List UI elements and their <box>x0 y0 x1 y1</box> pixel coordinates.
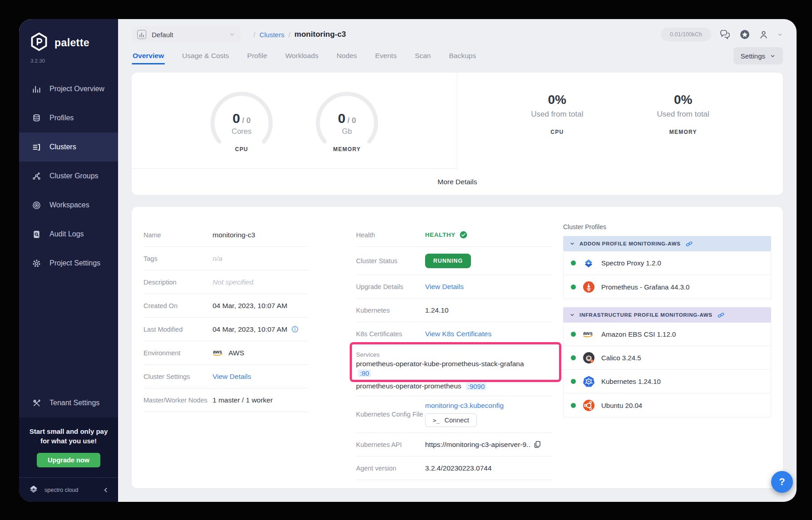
view-k8s-certificates-link[interactable]: View K8s Certificates <box>425 330 491 338</box>
main-area: Default / Clusters / monitoring-c3 0.01/… <box>118 19 797 502</box>
layers-icon <box>31 113 41 123</box>
status-row-cluster-status: Cluster Status RUNNING <box>356 247 552 275</box>
topbar-right: 0.01/100kCh <box>661 28 783 41</box>
tab-nodes[interactable]: Nodes <box>336 46 358 65</box>
sidebar-item-project-overview[interactable]: Project Overview <box>19 74 118 103</box>
sidebar-item-audit-logs[interactable]: Audit Logs <box>19 220 118 249</box>
brand-name: palette <box>54 37 89 49</box>
sidebar-item-profiles[interactable]: Profiles <box>19 103 118 132</box>
addon-profile-header[interactable]: ADDON PROFILE MONITORING-AWS <box>563 236 771 251</box>
service-port-link[interactable]: :9090 <box>466 383 487 390</box>
sidebar-item-tenant-settings[interactable]: Tenant Settings <box>19 388 118 417</box>
sidebar-nav: Project Overview Profiles Clusters Clust… <box>19 74 118 278</box>
chat-icon[interactable] <box>719 29 731 40</box>
prometheus-icon <box>582 280 595 293</box>
tab-workloads[interactable]: Workloads <box>284 46 319 65</box>
detail-row-last-modified: Last Modified 04 Mar, 2023, 10:07 AM <box>144 318 308 341</box>
promo-text: Start small and only pay for what you us… <box>25 427 113 446</box>
aws-icon: aws <box>213 349 225 357</box>
cpu-gauge-unit: Cores <box>205 127 278 136</box>
cluster-tabs: Overview Usage & Costs Profile Workloads… <box>118 43 797 65</box>
memory-gauge-value: 0 / 0 Gb <box>311 111 383 136</box>
usage-credits-pill[interactable]: 0.01/100kCh <box>661 28 711 41</box>
footer-brand-label: spectro cloud <box>45 487 97 493</box>
spectro-cloud-logo <box>28 484 39 496</box>
usage-stats-panel: 0% Used from total CPU 0% Used from tota… <box>457 73 783 169</box>
aws-icon: aws <box>582 328 595 341</box>
collapse-sidebar-icon[interactable] <box>103 487 109 493</box>
concentric-circles-icon <box>31 201 41 210</box>
infrastructure-profile-header[interactable]: INFRASTRUCTURE PROFILE MONITORING-AWS <box>563 307 771 323</box>
info-icon[interactable] <box>291 325 299 333</box>
cpu-gauge-value: 0 / 0 Cores <box>205 111 278 136</box>
status-row-agent-version: Agent version 3.2.4/20230223.0744 <box>356 456 552 480</box>
memory-gauge-unit: Gb <box>311 127 383 136</box>
connect-button[interactable]: >_ Connect <box>425 413 477 427</box>
breadcrumb-link-clusters[interactable]: Clusters <box>259 31 284 39</box>
infrastructure-profile-rows: aws Amazon EBS CSI 1.12.0 Calico 3.24.5 <box>563 323 771 417</box>
profile-layer-kubernetes[interactable]: Kubernetes 1.24.10 <box>564 370 771 393</box>
sidebar-item-label: Cluster Groups <box>50 172 99 180</box>
memory-gauge: 0 / 0 Gb MEMORY <box>311 89 383 152</box>
profile-layer-spectro-proxy[interactable]: Spectro Proxy 1.2.0 <box>564 251 771 275</box>
gauges-panel: 0 / 0 Cores CPU 0 / 0 Gb MEM <box>132 73 457 169</box>
star-badge-icon[interactable] <box>739 29 750 40</box>
kubernetes-api-url: https://monitoring-c3-apiserver-9... <box>425 441 530 449</box>
settings-button[interactable]: Settings <box>733 47 783 64</box>
cpu-gauge-caption: CPU <box>235 146 248 152</box>
sidebar-item-clusters[interactable]: Clusters <box>19 132 118 162</box>
upgrade-view-details-link[interactable]: View Details <box>425 283 464 291</box>
breadcrumb-separator: / <box>253 31 255 39</box>
cpu-usage-caption: CPU <box>531 129 583 135</box>
profile-layer-prometheus-grafana[interactable]: Prometheus - Grafana 44.3.0 <box>564 275 771 299</box>
brand-logo-row: palette <box>19 19 118 54</box>
profile-layer-ubuntu[interactable]: Ubuntu 20.04 <box>564 393 771 417</box>
tab-profile[interactable]: Profile <box>246 46 268 65</box>
tab-events[interactable]: Events <box>374 46 397 65</box>
status-dot <box>571 379 576 384</box>
sidebar-item-project-settings[interactable]: Project Settings <box>19 249 118 278</box>
service-name: prometheus-operator-kube-prometheus-stac… <box>356 360 552 368</box>
sidebar-item-label: Project Settings <box>50 259 100 267</box>
tab-backups[interactable]: Backups <box>448 46 477 65</box>
copy-icon[interactable] <box>533 440 542 449</box>
link-icon[interactable] <box>717 311 725 319</box>
chevron-down-icon <box>569 312 575 318</box>
status-row-health: Health HEALTHY <box>356 223 552 247</box>
status-dot <box>571 403 576 408</box>
memory-usage-caption: MEMORY <box>657 129 709 135</box>
sidebar-item-label: Profiles <box>50 114 74 122</box>
app-window: palette 3.2.30 Project Overview Profiles <box>19 19 797 502</box>
health-status: HEALTHY <box>425 231 456 238</box>
sidebar-item-cluster-groups[interactable]: Cluster Groups <box>19 162 118 191</box>
user-icon[interactable] <box>758 29 769 40</box>
link-icon[interactable] <box>685 240 693 248</box>
help-button[interactable]: ? <box>771 471 793 493</box>
sidebar-item-workspaces[interactable]: Workspaces <box>19 191 118 220</box>
tab-usage-costs[interactable]: Usage & Costs <box>181 46 230 65</box>
tab-overview[interactable]: Overview <box>132 46 165 65</box>
cluster-settings-view-details-link[interactable]: View Details <box>213 373 251 381</box>
status-row-services: Services prometheus-operator-kube-promet… <box>356 346 552 396</box>
tab-scan[interactable]: Scan <box>414 46 431 65</box>
upgrade-now-button[interactable]: Upgrade now <box>37 453 100 467</box>
service-port-link[interactable]: :80 <box>358 369 371 377</box>
breadcrumb-current-cluster: monitoring-c3 <box>294 30 346 39</box>
palette-logo-icon <box>29 32 49 54</box>
profile-layer-calico[interactable]: Calico 3.24.5 <box>564 346 771 370</box>
user-menu-chevron-icon[interactable] <box>777 32 783 38</box>
running-status-badge: RUNNING <box>425 254 471 268</box>
bar-chart-icon <box>31 84 41 94</box>
detail-row-environment: Environment aws AWS <box>144 341 308 365</box>
addon-profile-group: ADDON PROFILE MONITORING-AWS Spectro Pro… <box>563 236 771 299</box>
status-dot <box>571 260 576 265</box>
sidebar-bottom: Tenant Settings Start small and only pay… <box>19 388 118 502</box>
tools-icon <box>31 398 41 408</box>
status-dot <box>571 355 576 360</box>
kubeconfig-download-link[interactable]: monitoring-c3.kubeconfig <box>425 402 504 410</box>
profile-layer-amazon-ebs-csi[interactable]: aws Amazon EBS CSI 1.12.0 <box>564 323 771 346</box>
sidebar-item-label: Clusters <box>50 143 76 151</box>
kubernetes-icon <box>582 375 595 388</box>
more-details-button[interactable]: More Details <box>132 169 783 195</box>
project-selector[interactable]: Default <box>132 26 241 43</box>
